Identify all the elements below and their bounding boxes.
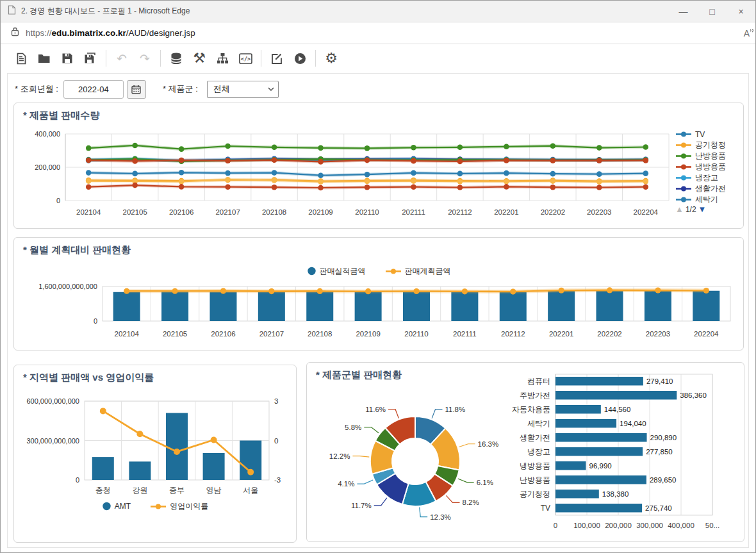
- legend-page-up-icon[interactable]: ▲: [675, 204, 684, 214]
- minimize-button[interactable]: —: [669, 1, 698, 22]
- toolbar-separator: [106, 50, 106, 67]
- svg-text:279,410: 279,410: [646, 377, 673, 385]
- svg-text:4.1%: 4.1%: [338, 480, 354, 488]
- legend-item-세탁기[interactable]: 세탁기: [675, 194, 742, 203]
- legend-item-amt[interactable]: AMT: [102, 501, 131, 511]
- svg-text:100,000: 100,000: [573, 522, 600, 529]
- svg-text:202111: 202111: [453, 330, 477, 338]
- legend-page-down-icon[interactable]: ▼: [698, 204, 707, 214]
- legend-item-공기청정[interactable]: 공기청정: [675, 140, 742, 151]
- svg-text:50...: 50...: [705, 522, 719, 529]
- svg-text:290,890: 290,890: [650, 434, 677, 442]
- legend-item-냉방용품[interactable]: 냉방용품: [675, 161, 742, 172]
- run-button[interactable]: [288, 47, 311, 69]
- browser-window: 2. 경영 현황 대시보드 - 프로필 1 - Microsoft Edge —…: [0, 0, 756, 553]
- hbar-chart-svg: 0100,000200,000300,000400,00050...컴퓨터279…: [503, 370, 741, 536]
- svg-text:202111: 202111: [402, 208, 425, 216]
- plan-vs-actual-chart[interactable]: 01,600,000,000,0002021042021052021062021…: [19, 281, 735, 343]
- svg-text:영남: 영남: [206, 486, 222, 495]
- svg-text:202204: 202204: [634, 208, 659, 216]
- address-bar[interactable]: https://edu.bimatrix.co.kr/AUD/designer.…: [1, 22, 755, 44]
- svg-text:202104: 202104: [115, 330, 140, 338]
- region-chart-legend: AMT영업이익률: [14, 501, 296, 511]
- svg-text:0: 0: [94, 317, 97, 325]
- save-as-button[interactable]: [79, 47, 102, 69]
- build-tools-button[interactable]: ⚒: [188, 47, 211, 69]
- svg-text:277,850: 277,850: [646, 448, 673, 456]
- svg-text:202112: 202112: [501, 330, 525, 338]
- maximize-button[interactable]: □: [698, 1, 727, 22]
- svg-text:11.8%: 11.8%: [445, 406, 465, 413]
- product-filter-select[interactable]: 전체: [207, 81, 279, 98]
- svg-text:202105: 202105: [123, 208, 147, 216]
- svg-text:-3: -3: [274, 476, 281, 484]
- product-group-donut-chart[interactable]: 11.8%16.3%6.1%8.2%12.3%11.7%4.1%12.2%5.8…: [309, 383, 521, 542]
- url-path: /AUD/designer.jsp: [126, 28, 195, 38]
- save-button[interactable]: [56, 47, 79, 69]
- legend-item-TV[interactable]: TV: [675, 129, 742, 140]
- settings-button[interactable]: ⚙: [320, 47, 343, 69]
- svg-text:202107: 202107: [215, 208, 240, 216]
- svg-text:300,000: 300,000: [636, 522, 663, 529]
- line-chart-legend: TV공기청정난방용품냉방용품냉장고생활가전세탁기 ▲ 1/2 ▼: [675, 129, 742, 214]
- svg-text:400,000: 400,000: [668, 522, 694, 529]
- svg-text:300,000,000,000: 300,000,000,000: [26, 437, 79, 445]
- open-folder-button[interactable]: [33, 47, 56, 69]
- svg-text:202201: 202201: [494, 208, 518, 216]
- close-button[interactable]: ×: [727, 1, 755, 22]
- legend-item-난방용품[interactable]: 난방용품: [675, 151, 742, 161]
- svg-text:12.2%: 12.2%: [329, 452, 350, 460]
- svg-text:202108: 202108: [308, 330, 332, 338]
- undo-button[interactable]: ↶: [110, 47, 133, 69]
- svg-text:컴퓨터: 컴퓨터: [527, 377, 550, 386]
- legend-item-margin[interactable]: 영업이익률: [150, 501, 208, 511]
- legend-item-냉장고[interactable]: 냉장고: [675, 172, 742, 183]
- date-filter-label: * 조회년월 :: [15, 83, 58, 95]
- svg-text:202112: 202112: [448, 208, 472, 216]
- toolbar-separator: [160, 50, 161, 67]
- legend-pagination: ▲ 1/2 ▼: [675, 204, 742, 214]
- svg-text:202105: 202105: [163, 330, 187, 338]
- panel-product-sales-qty: * 제품별 판매수량 0200,000400,00020210420210520…: [13, 103, 744, 229]
- svg-text:서울: 서울: [243, 486, 258, 495]
- svg-text:144,560: 144,560: [604, 406, 631, 413]
- donut-chart-svg: 11.8%16.3%6.1%8.2%12.3%11.7%4.1%12.2%5.8…: [309, 383, 521, 540]
- read-aloud-icon[interactable]: A: [744, 28, 754, 38]
- product-filter-label: * 제품군 :: [163, 83, 198, 95]
- sitemap-button[interactable]: [211, 47, 234, 69]
- product-sales-line-chart[interactable]: 0200,000400,0002021042021052021062021072…: [19, 126, 671, 226]
- filter-bar: * 조회년월 : * 제품군 : 전체: [15, 80, 279, 98]
- svg-text:0: 0: [274, 437, 278, 445]
- date-filter-input[interactable]: [63, 80, 124, 99]
- product-group-bar-chart[interactable]: 0100,000200,000300,000400,00050...컴퓨터279…: [503, 370, 741, 538]
- lock-icon[interactable]: [11, 27, 19, 39]
- redo-icon: ↷: [140, 53, 150, 65]
- svg-text:난방용품: 난방용품: [520, 475, 550, 484]
- panel-title: * 제품군별 판매현황: [316, 369, 402, 381]
- svg-text:202106: 202106: [211, 330, 235, 338]
- new-document-button[interactable]: [10, 47, 33, 69]
- svg-text:강원: 강원: [132, 486, 147, 495]
- svg-text:11.7%: 11.7%: [351, 502, 372, 509]
- window-titlebar: 2. 경영 현황 대시보드 - 프로필 1 - Microsoft Edge —…: [1, 1, 755, 22]
- legend-item-생활가전[interactable]: 생활가전: [675, 183, 742, 194]
- panel-title: * 지역별 판매액 vs 영업이익률: [23, 372, 154, 384]
- legend-item-plan[interactable]: 판매계획금액: [385, 266, 451, 276]
- legend-item-actual[interactable]: 판매실적금액: [307, 266, 366, 276]
- line-chart-svg: 0200,000400,0002021042021052021062021072…: [19, 126, 671, 224]
- svg-text:202109: 202109: [356, 330, 380, 338]
- page-tab-icon: [8, 5, 16, 17]
- database-button[interactable]: [165, 47, 188, 69]
- url-text[interactable]: https://edu.bimatrix.co.kr/AUD/designer.…: [26, 28, 195, 38]
- svg-text:400,000: 400,000: [35, 130, 60, 138]
- region-combo-chart[interactable]: 0300,000,000,000600,000,000,000-303충청강원중…: [18, 392, 292, 500]
- svg-text:세탁기: 세탁기: [527, 419, 550, 428]
- svg-text:중부: 중부: [169, 486, 185, 495]
- source-code-button[interactable]: </>: [234, 47, 257, 69]
- redo-button[interactable]: ↷: [133, 47, 156, 69]
- edit-button[interactable]: [265, 47, 288, 69]
- svg-text:202104: 202104: [76, 208, 101, 216]
- calendar-button[interactable]: [127, 80, 146, 99]
- svg-text:냉방용품: 냉방용품: [520, 461, 550, 470]
- toolbar-separator: [315, 50, 316, 67]
